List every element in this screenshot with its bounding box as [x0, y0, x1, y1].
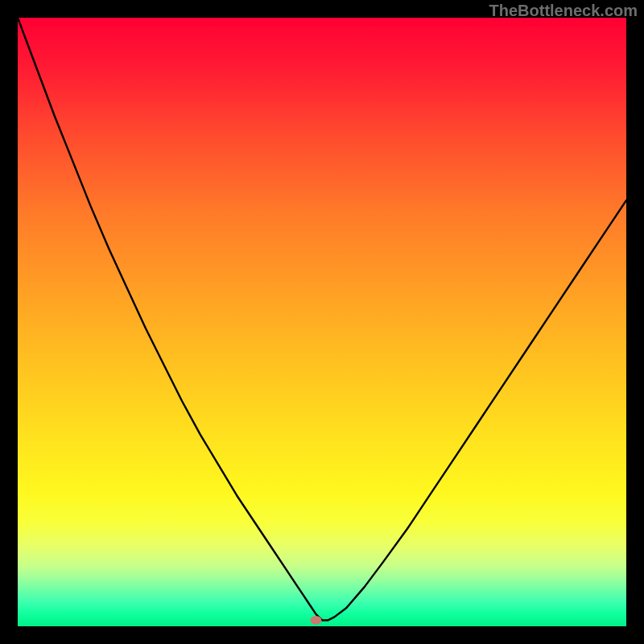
minimum-marker: [310, 616, 321, 625]
curve-layer: [18, 18, 626, 626]
chart-frame: TheBottleneck.com: [0, 0, 644, 644]
bottleneck-curve: [18, 18, 626, 620]
